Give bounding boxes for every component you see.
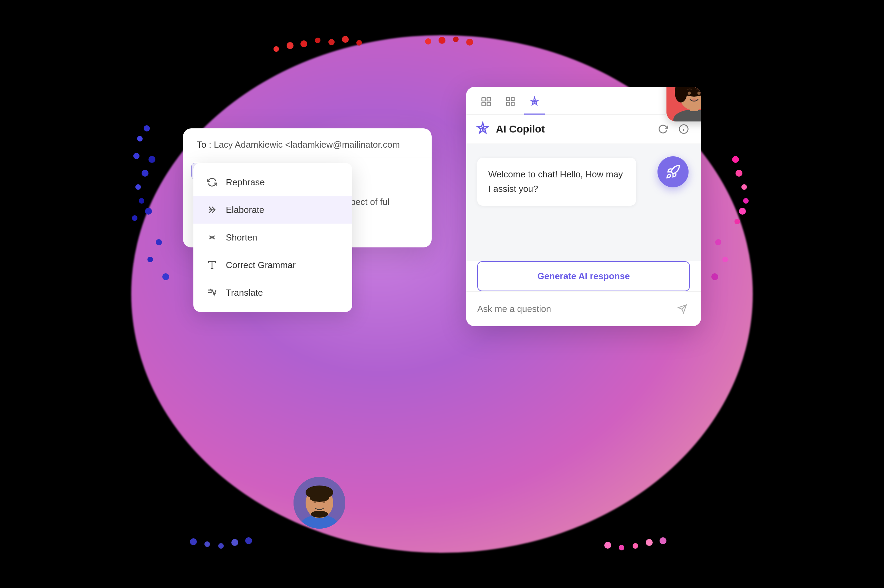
correct-grammar-label: Correct Grammar	[226, 260, 296, 270]
svg-point-22	[646, 539, 652, 546]
copilot-tab-bar: »	[466, 87, 701, 115]
svg-point-24	[660, 537, 666, 544]
rocket-action-button[interactable]	[657, 156, 689, 188]
shorten-label: Shorten	[226, 232, 257, 243]
svg-rect-79	[511, 97, 514, 100]
svg-point-10	[315, 38, 320, 43]
user-avatar-woman	[666, 87, 701, 122]
ask-question-input[interactable]	[477, 304, 675, 314]
svg-point-72	[698, 92, 701, 95]
copilot-footer	[466, 291, 701, 326]
svg-point-14	[342, 36, 349, 43]
elaborate-label: Elaborate	[226, 205, 264, 215]
copilot-header: AI Copilot	[466, 115, 701, 144]
shorten-icon	[206, 231, 218, 244]
menu-item-correct-grammar[interactable]: Correct Grammar	[193, 251, 352, 279]
svg-rect-78	[507, 97, 510, 100]
svg-point-2	[149, 156, 155, 163]
svg-point-30	[204, 542, 210, 547]
copilot-chat-body: Welcome to chat! Hello, How may I assist…	[466, 144, 701, 261]
tab-grid2[interactable]	[500, 94, 521, 115]
svg-point-0	[141, 170, 149, 177]
svg-point-83	[481, 127, 484, 130]
copilot-logo-icon	[476, 122, 491, 136]
svg-point-29	[245, 537, 252, 544]
svg-point-31	[190, 538, 197, 545]
content-wrapper: To : Lacy Adamkiewic <ladamkiew@mailinat…	[183, 87, 701, 501]
svg-point-13	[274, 46, 279, 52]
svg-point-1	[135, 184, 141, 190]
menu-item-shorten[interactable]: Shorten	[193, 224, 352, 251]
ai-assists-dropdown: Rephrase Elaborate Shorten	[193, 163, 352, 312]
svg-point-3	[139, 198, 144, 204]
ai-copilot-panel: » AI Copilot	[466, 87, 701, 326]
svg-point-25	[619, 545, 624, 550]
email-to-field: To : Lacy Adamkiewic <ladamkiew@mailinat…	[197, 140, 418, 150]
translate-icon	[206, 286, 218, 299]
send-message-button[interactable]	[675, 301, 690, 316]
svg-point-16	[735, 170, 743, 177]
svg-rect-76	[482, 102, 486, 106]
copilot-title: AI Copilot	[496, 123, 545, 135]
svg-point-20	[739, 208, 746, 214]
svg-point-18	[732, 156, 739, 163]
svg-point-23	[633, 543, 638, 549]
info-button[interactable]	[676, 122, 691, 136]
to-label: To :	[197, 140, 211, 150]
svg-point-11	[287, 42, 293, 49]
user-avatar-man	[293, 477, 345, 529]
email-header: To : Lacy Adamkiewic <ladamkiew@mailinat…	[183, 128, 431, 158]
svg-point-19	[743, 198, 749, 204]
svg-point-62	[310, 495, 329, 502]
svg-point-8	[132, 215, 137, 221]
refresh-button[interactable]	[655, 122, 671, 136]
svg-point-12	[328, 39, 335, 45]
svg-rect-74	[482, 97, 486, 101]
to-address: Lacy Adamkiewic <ladamkiew@mailinator.co…	[214, 140, 400, 150]
copilot-title-row: AI Copilot	[476, 122, 655, 136]
header-actions	[655, 122, 691, 136]
grammar-icon	[206, 259, 218, 271]
chat-welcome-message: Welcome to chat! Hello, How may I assist…	[477, 158, 636, 206]
svg-point-17	[741, 184, 747, 190]
svg-point-82	[533, 100, 536, 103]
svg-point-28	[218, 543, 224, 549]
svg-rect-75	[487, 97, 491, 101]
tab-ai-copilot[interactable]	[524, 94, 545, 115]
svg-point-27	[232, 539, 238, 546]
tab-grid1[interactable]	[476, 94, 496, 115]
svg-point-6	[137, 136, 143, 141]
svg-point-63	[311, 511, 328, 518]
rephrase-label: Rephrase	[226, 177, 265, 188]
svg-point-9	[301, 40, 307, 47]
svg-point-71	[688, 92, 691, 95]
translate-label: Translate	[226, 288, 263, 298]
svg-point-4	[133, 153, 140, 159]
svg-point-26	[604, 542, 611, 549]
svg-rect-80	[507, 102, 510, 105]
svg-point-7	[144, 125, 150, 132]
svg-rect-77	[487, 102, 491, 106]
svg-point-73	[691, 98, 697, 101]
menu-item-elaborate[interactable]: Elaborate	[193, 196, 352, 224]
rephrase-icon	[206, 176, 218, 188]
menu-item-rephrase[interactable]: Rephrase	[193, 168, 352, 196]
svg-rect-81	[511, 102, 514, 105]
menu-item-translate[interactable]: Translate	[193, 279, 352, 306]
elaborate-icon	[206, 204, 218, 216]
generate-ai-response-button[interactable]: Generate AI response	[477, 261, 690, 291]
